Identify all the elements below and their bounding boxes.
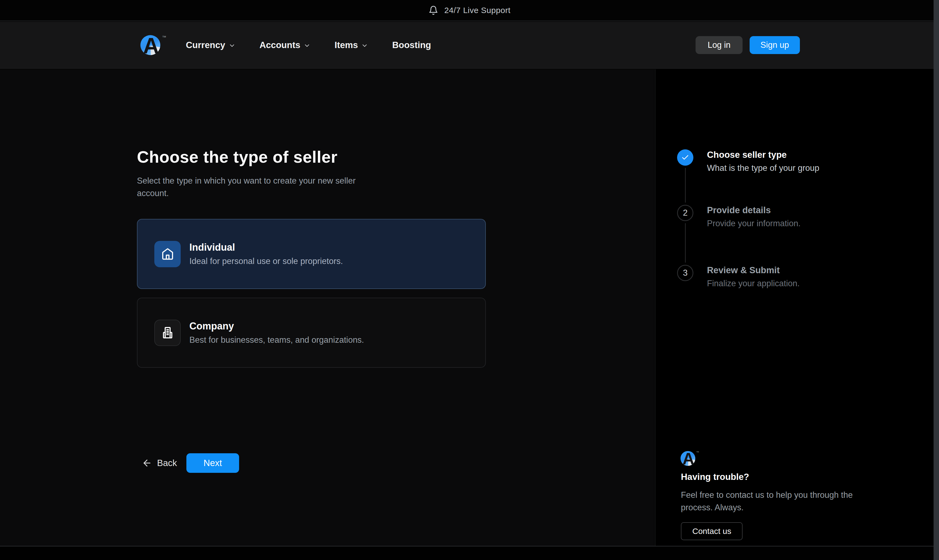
signup-button[interactable]: Sign up <box>750 36 800 54</box>
individual-icon-tile <box>154 241 181 267</box>
bell-icon <box>428 5 438 15</box>
nav-item-items[interactable]: Items <box>334 40 368 50</box>
seller-option-company[interactable]: Company Best for businesses, teams, and … <box>137 298 486 368</box>
auth-buttons: Log in Sign up <box>696 36 800 54</box>
chevron-down-icon <box>361 42 368 49</box>
step-1-subtitle: What is the type of your group <box>707 163 819 173</box>
nav-item-currency[interactable]: Currency <box>186 40 236 50</box>
trademark-symbol: ™ <box>162 35 166 40</box>
help-text: Feel free to contact us to help you thro… <box>681 489 871 514</box>
nav-links: Currency Accounts Items Boosting <box>186 40 431 50</box>
company-icon-tile <box>154 320 181 346</box>
page-subtitle: Select the type in which you want to cre… <box>137 175 360 200</box>
brand-logo[interactable]: ™ <box>140 34 166 56</box>
page-title: Choose the type of seller <box>137 148 337 166</box>
option-description: Ideal for personal use or sole proprieto… <box>189 256 343 266</box>
support-bar[interactable]: 24/7 Live Support <box>0 0 939 21</box>
brand-a-icon <box>680 451 696 466</box>
next-button[interactable]: Next <box>186 453 239 473</box>
step-2-marker: 2 <box>677 205 693 221</box>
step-number: 2 <box>683 208 687 218</box>
individual-texts: Individual Ideal for personal use or sol… <box>189 242 343 266</box>
step-1-marker <box>677 149 693 166</box>
page: 24/7 Live Support ™ Currency Accounts It… <box>0 0 939 560</box>
nav-item-boosting[interactable]: Boosting <box>392 40 431 50</box>
home-icon <box>161 248 174 260</box>
main-content: Choose the type of seller Select the typ… <box>0 69 654 546</box>
support-label: 24/7 Live Support <box>444 6 511 15</box>
nav-item-label: Accounts <box>260 40 300 50</box>
step-connector <box>685 223 686 263</box>
chevron-down-icon <box>303 42 311 49</box>
arrow-left-icon <box>142 458 152 468</box>
step-2-title: Provide details <box>707 205 771 215</box>
step-3-subtitle: Finalize your application. <box>707 278 800 288</box>
footer-bar <box>0 546 939 560</box>
step-connector <box>685 168 686 203</box>
step-number: 3 <box>683 268 687 278</box>
scrollbar[interactable] <box>934 0 939 560</box>
company-texts: Company Best for businesses, teams, and … <box>189 320 364 345</box>
help-logo: ™ <box>680 451 699 466</box>
building-icon <box>161 326 174 339</box>
navbar: ™ Currency Accounts Items Boosting Log i… <box>0 22 939 69</box>
help-title: Having trouble? <box>681 472 749 482</box>
login-button[interactable]: Log in <box>696 36 742 54</box>
back-button[interactable]: Back <box>142 453 177 473</box>
contact-us-button[interactable]: Contact us <box>681 522 743 540</box>
nav-item-label: Currency <box>186 40 225 50</box>
seller-option-individual[interactable]: Individual Ideal for personal use or sol… <box>137 219 486 289</box>
step-2-subtitle: Provide your information. <box>707 218 801 228</box>
back-label: Back <box>157 458 177 468</box>
nav-item-accounts[interactable]: Accounts <box>260 40 311 50</box>
brand-a-icon <box>140 34 162 56</box>
nav-item-label: Items <box>334 40 358 50</box>
option-title: Individual <box>189 242 343 253</box>
trademark-symbol: ™ <box>696 451 699 454</box>
step-3-marker: 3 <box>677 265 693 281</box>
nav-item-label: Boosting <box>392 40 431 50</box>
wizard-sidebar: Choose seller type What is the type of y… <box>655 69 939 546</box>
option-description: Best for businesses, teams, and organiza… <box>189 335 364 345</box>
step-3-title: Review & Submit <box>707 265 780 275</box>
check-icon <box>681 154 689 162</box>
option-title: Company <box>189 320 364 332</box>
step-1-title: Choose seller type <box>707 150 787 160</box>
chevron-down-icon <box>228 42 236 49</box>
